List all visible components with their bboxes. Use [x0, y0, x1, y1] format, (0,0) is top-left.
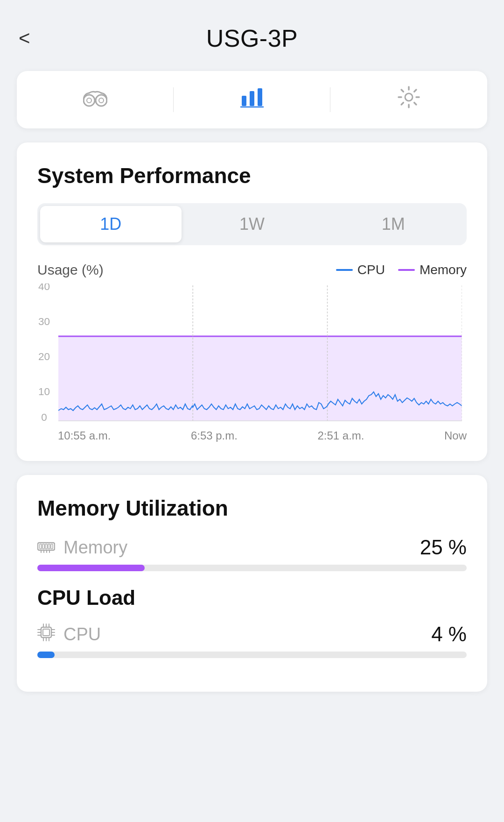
legend-cpu: CPU: [336, 262, 385, 277]
tab-settings[interactable]: [330, 78, 487, 122]
svg-point-0: [84, 95, 95, 106]
svg-rect-22: [40, 544, 42, 549]
svg-text:10: 10: [38, 386, 50, 397]
memory-label-wrap: Memory: [37, 538, 127, 558]
time-btn-1d[interactable]: 1D: [40, 206, 182, 242]
svg-point-1: [96, 95, 107, 106]
memory-legend-line: [398, 269, 415, 271]
svg-text:30: 30: [38, 316, 50, 327]
svg-rect-26: [51, 544, 53, 549]
cpu-chip-icon: [37, 624, 55, 645]
memory-label: Memory: [63, 538, 127, 558]
page-title: USG-3P: [206, 24, 298, 52]
svg-rect-32: [43, 629, 49, 636]
svg-rect-24: [45, 544, 47, 549]
tab-monitor[interactable]: [17, 79, 174, 120]
gear-icon: [397, 85, 421, 114]
svg-rect-4: [242, 96, 246, 106]
time-btn-1m[interactable]: 1M: [322, 206, 464, 242]
x-label-3: Now: [444, 429, 467, 442]
svg-text:20: 20: [38, 351, 50, 362]
cpu-legend-line: [336, 269, 353, 271]
performance-chart: 40 30 20 10 0: [37, 283, 467, 442]
chart-icon: [240, 86, 264, 113]
svg-point-2: [87, 98, 91, 103]
svg-text:40: 40: [38, 283, 50, 292]
cpu-label-wrap: CPU: [37, 624, 101, 645]
svg-rect-23: [42, 544, 44, 549]
legend-items: CPU Memory: [336, 262, 467, 277]
cpu-value: 4 %: [431, 623, 467, 646]
svg-text:0: 0: [41, 411, 47, 423]
memory-metric-row: Memory 25 %: [37, 536, 467, 559]
legend-memory: Memory: [398, 262, 467, 277]
svg-point-8: [405, 93, 413, 101]
svg-point-3: [99, 98, 104, 103]
memory-value: 25 %: [420, 536, 467, 559]
svg-rect-25: [48, 544, 50, 549]
chart-y-label: Usage (%): [37, 262, 104, 278]
cpu-progress-fill: [37, 652, 55, 658]
system-performance-card: System Performance 1D 1W 1M Usage (%) CP…: [17, 142, 487, 461]
svg-rect-15: [58, 336, 462, 421]
x-label-1: 6:53 p.m.: [191, 429, 238, 442]
binoculars-icon: [83, 86, 107, 113]
time-btn-1w[interactable]: 1W: [182, 206, 323, 242]
time-range-selector: 1D 1W 1M: [37, 203, 467, 245]
memory-legend-label: Memory: [420, 262, 467, 277]
memory-progress-fill: [37, 565, 145, 571]
system-performance-title: System Performance: [37, 163, 467, 188]
chart-legend: Usage (%) CPU Memory: [37, 262, 467, 278]
cpu-load-title: CPU Load: [37, 586, 467, 609]
cpu-progress-bg: [37, 652, 467, 658]
svg-rect-5: [250, 91, 254, 106]
x-label-0: 10:55 a.m.: [58, 429, 111, 442]
header: < USG-3P: [0, 0, 504, 66]
memory-progress-bg: [37, 565, 467, 571]
cpu-legend-label: CPU: [357, 262, 385, 277]
cpu-label: CPU: [63, 624, 101, 645]
back-button[interactable]: <: [19, 28, 30, 48]
memory-utilization-card: Memory Utilization Memory: [17, 475, 487, 692]
memory-chip-icon: [37, 539, 55, 557]
tab-bar: [17, 71, 487, 128]
svg-rect-6: [258, 88, 262, 106]
tab-performance[interactable]: [174, 79, 330, 120]
x-label-2: 2:51 a.m.: [317, 429, 364, 442]
cpu-metric-row: CPU 4 %: [37, 623, 467, 646]
chart-x-labels: 10:55 a.m. 6:53 p.m. 2:51 a.m. Now: [37, 425, 467, 442]
memory-utilization-title: Memory Utilization: [37, 496, 467, 521]
